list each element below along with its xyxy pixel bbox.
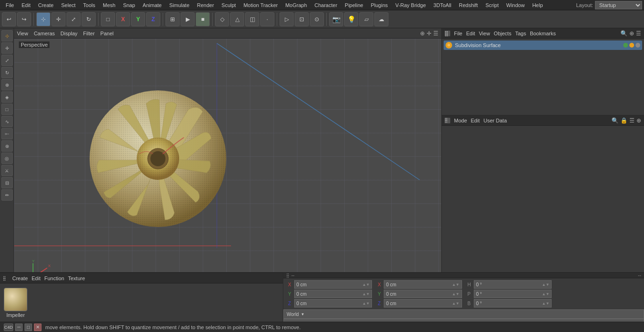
point-mode-button[interactable]: · [260, 12, 274, 26]
vp-menu-display[interactable]: Display [60, 31, 77, 36]
mesh-mode-button[interactable]: △ [230, 12, 244, 26]
x-axis-button[interactable]: X [116, 12, 130, 26]
menu-sculpt[interactable]: Sculpt [218, 1, 240, 9]
mat-menu-texture[interactable]: Texture [68, 275, 85, 281]
render-to-picture-button[interactable]: ⊡ [295, 12, 309, 26]
menu-select[interactable]: Select [58, 1, 80, 9]
menu-character[interactable]: Character [311, 1, 341, 9]
light-button[interactable]: 💡 [344, 12, 358, 26]
coord-y-val1[interactable]: 0 cm▲▼ [294, 290, 372, 298]
vp-expand-icon[interactable]: ⊕ [420, 30, 425, 37]
coord-x-val1[interactable]: 0 cm▲▼ [294, 280, 372, 289]
menu-window[interactable]: Window [503, 1, 528, 9]
obj-menu-file[interactable]: File [454, 31, 462, 36]
camera-button[interactable]: 📷 [329, 12, 343, 26]
edge-mode-button[interactable]: ◫ [245, 12, 259, 26]
obj-menu-bookmarks[interactable]: Bookmarks [530, 31, 556, 36]
coord-x-val2[interactable]: 0 cm▲▼ [384, 280, 462, 289]
y-axis-button[interactable]: Y [131, 12, 145, 26]
z-axis-button[interactable]: Z [146, 12, 160, 26]
object-subdivision-surface[interactable]: ⊙ Subdivision Surface [444, 40, 642, 50]
play-forward-button[interactable]: ▶ [181, 12, 195, 26]
attr-lock-icon[interactable]: 🔒 [620, 117, 627, 124]
mat-menu-edit[interactable]: Edit [32, 275, 41, 281]
world-dropdown[interactable]: World ▼ [283, 309, 644, 319]
lt-select-btn[interactable]: ⊹ [1, 30, 13, 41]
menu-vraybridge[interactable]: V-Ray Bridge [392, 1, 430, 9]
coord-z-val2[interactable]: 0 cm▲▼ [384, 299, 462, 308]
object-tool-button[interactable]: □ [101, 12, 115, 26]
attr-settings-icon[interactable]: ☰ [629, 117, 635, 124]
menu-help[interactable]: Help [528, 1, 547, 9]
menu-motiontracker[interactable]: Motion Tracker [239, 1, 281, 9]
vp-settings-icon[interactable]: ☰ [433, 30, 438, 37]
attr-search-icon[interactable]: 🔍 [611, 117, 619, 124]
attr-expand-icon[interactable]: ⊕ [636, 117, 641, 124]
obj-expand-icon[interactable]: ⊕ [629, 30, 634, 37]
menu-redshift[interactable]: Redshift [455, 1, 481, 9]
status-icon-1[interactable]: C4D [4, 324, 13, 331]
menu-mesh[interactable]: Mesh [99, 1, 119, 9]
obj-vis-dot3[interactable] [636, 43, 640, 48]
menu-pipeline[interactable]: Pipeline [341, 1, 367, 9]
menu-script[interactable]: Script [482, 1, 503, 9]
vp-menu-cameras[interactable]: Cameras [34, 31, 55, 36]
lt-mat-btn[interactable]: ◎ [1, 153, 13, 164]
obj-menu-tags[interactable]: Tags [515, 31, 526, 36]
obj-search-icon[interactable]: 🔍 [620, 30, 627, 37]
lt-rotate-btn[interactable]: ↻ [1, 67, 13, 78]
render-button[interactable]: ▷ [280, 12, 294, 26]
lt-paint-btn[interactable]: ✏ [1, 189, 13, 201]
menu-create[interactable]: Create [34, 1, 58, 9]
coord-z-val1[interactable]: 0 cm▲▼ [294, 299, 372, 308]
menu-plugins[interactable]: Plugins [367, 1, 391, 9]
status-maximize-btn[interactable]: □ [25, 324, 32, 331]
menu-render[interactable]: Render [193, 1, 218, 9]
lt-move-btn[interactable]: ✛ [1, 42, 13, 54]
lt-obj-btn[interactable]: □ [1, 104, 13, 115]
lt-bridge-btn[interactable]: ⊟ [1, 177, 13, 188]
select-tool-button[interactable]: ⊹ [36, 12, 50, 26]
material-swatch[interactable] [4, 288, 27, 311]
status-minimize-btn[interactable]: ─ [15, 324, 23, 331]
vp-menu-view[interactable]: View [17, 31, 28, 36]
obj-vis-dot2[interactable] [629, 43, 634, 48]
coord-p-val[interactable]: 0 °▲▼ [474, 290, 552, 298]
lt-spline-btn[interactable]: ∿ [1, 116, 13, 127]
redo-button[interactable]: ↪ [17, 12, 31, 26]
obj-menu-view[interactable]: View [479, 31, 490, 36]
attr-menu-userdata[interactable]: User Data [484, 118, 507, 123]
vp-menu-panel[interactable]: Panel [100, 31, 114, 36]
render-view-button[interactable]: ■ [196, 12, 210, 26]
menu-tools[interactable]: Tools [79, 1, 99, 9]
frame-button[interactable]: ⊞ [165, 12, 180, 26]
menu-simulate[interactable]: Simulate [165, 1, 193, 9]
model-mode-button[interactable]: ◇ [215, 12, 229, 26]
rotate-tool-button[interactable]: ↻ [82, 12, 96, 26]
mat-menu-function[interactable]: Function [44, 275, 64, 281]
obj-menu-objects[interactable]: Objects [494, 31, 511, 36]
coord-y-val2[interactable]: 0 cm▲▼ [384, 290, 462, 298]
menu-snap[interactable]: Snap [119, 1, 139, 9]
floor-button[interactable]: ▱ [359, 12, 373, 26]
status-close-btn[interactable]: ✕ [34, 324, 41, 331]
coord-b-val[interactable]: 0 °▲▼ [474, 299, 552, 308]
lt-cloner-btn[interactable]: ⊛ [1, 140, 13, 152]
interactive-render-button[interactable]: ⊙ [310, 12, 324, 26]
scale-tool-button[interactable]: ⤢ [66, 12, 81, 26]
menu-mograph[interactable]: MoGraph [281, 1, 311, 9]
menu-3dtoall[interactable]: 3DToAll [429, 1, 455, 9]
menu-file[interactable]: File [2, 1, 18, 9]
menu-edit[interactable]: Edit [18, 1, 34, 9]
lt-poly-btn[interactable]: ◈ [1, 91, 13, 103]
lt-scale-btn[interactable]: ⤢ [1, 55, 13, 66]
menu-animate[interactable]: Animate [139, 1, 165, 9]
mat-menu-create[interactable]: Create [12, 275, 28, 281]
lt-knife-btn[interactable]: ⚔ [1, 165, 13, 176]
lt-snap-btn[interactable]: ⊕ [1, 79, 13, 90]
obj-vis-dot1[interactable] [623, 43, 628, 48]
undo-button[interactable]: ↩ [2, 12, 16, 26]
sky-button[interactable]: ☁ [374, 12, 388, 26]
viewport[interactable]: X Y Z Grid Spacing : 10 cm Perspective [14, 39, 441, 306]
move-tool-button[interactable]: ✛ [51, 12, 66, 26]
